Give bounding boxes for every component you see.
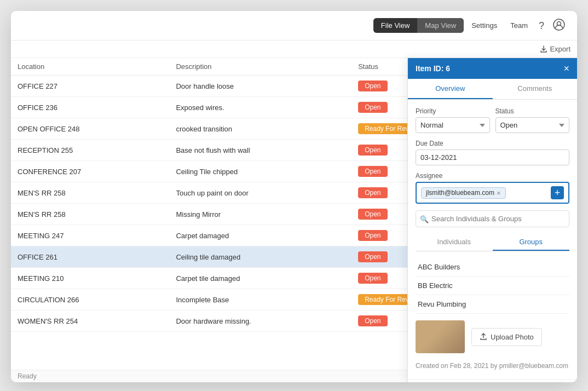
group-item[interactable]: BB Electric bbox=[416, 277, 569, 295]
status-label: Status bbox=[495, 107, 570, 115]
cell-location: OFFICE 227 bbox=[11, 76, 169, 97]
col-location: Location bbox=[11, 58, 169, 76]
cell-description: Door handle loose bbox=[169, 76, 351, 97]
priority-select[interactable]: Normal Low High Critical bbox=[416, 117, 490, 133]
cell-location: CONFERENCE 207 bbox=[11, 161, 169, 182]
tab-overview[interactable]: Overview bbox=[408, 79, 493, 99]
group-list: ABC BuildersBB ElectricRevu Plumbing bbox=[416, 258, 569, 314]
cell-description: Ceiling tile damaged bbox=[169, 246, 351, 268]
status-group: Status Open In Progress Ready For Review… bbox=[495, 107, 570, 133]
upload-photo-button[interactable]: Upload Photo bbox=[471, 328, 542, 346]
cell-location: OFFICE 261 bbox=[11, 246, 169, 268]
add-assignee-button[interactable]: + bbox=[551, 186, 564, 199]
status-select[interactable]: Open In Progress Ready For Review Closed bbox=[495, 117, 570, 133]
assignee-email: jlsmith@bluebeam.com bbox=[426, 189, 494, 197]
sub-tabs: Individuals Groups bbox=[416, 234, 569, 251]
photo-row: Upload Photo bbox=[416, 320, 569, 353]
panel-footer: Delete Item Cancel Save bbox=[408, 380, 577, 382]
panel-title: Item ID: 6 bbox=[416, 64, 450, 73]
status-badge: Open bbox=[358, 251, 387, 262]
tab-groups[interactable]: Groups bbox=[493, 234, 570, 251]
assignee-group: Assignee jlsmith@bluebeam.com × + bbox=[416, 172, 569, 204]
help-icon[interactable]: ? bbox=[535, 19, 547, 33]
status-badge: Open bbox=[358, 145, 387, 156]
export-button[interactable]: Export bbox=[540, 45, 570, 53]
detail-panel: Item ID: 6 × Overview Comments Priority … bbox=[407, 58, 577, 382]
app-window: File View Map View Settings Team ? Expor… bbox=[11, 11, 577, 382]
cell-location: WOMEN'S RR 254 bbox=[11, 311, 169, 332]
cell-location: OFFICE 236 bbox=[11, 97, 169, 118]
upload-icon bbox=[480, 333, 487, 341]
cell-location: RECEPTION 255 bbox=[11, 140, 169, 161]
status-badge: Open bbox=[358, 230, 387, 241]
priority-group: Priority Normal Low High Critical bbox=[416, 107, 490, 133]
status-badge: Open bbox=[358, 209, 387, 220]
status-badge: Open bbox=[358, 166, 387, 177]
file-view-btn[interactable]: File View bbox=[373, 18, 418, 33]
status-badge: Open bbox=[358, 187, 387, 198]
status-badge: Open bbox=[358, 273, 387, 284]
cell-location: MEN'S RR 258 bbox=[11, 182, 169, 204]
status-badge: Open bbox=[358, 81, 387, 91]
cell-description: Carpet damaged bbox=[169, 225, 351, 246]
panel-header: Item ID: 6 × bbox=[408, 58, 577, 79]
status-badge: Open bbox=[358, 102, 387, 113]
photo-thumbnail bbox=[416, 320, 465, 353]
priority-label: Priority bbox=[416, 107, 490, 115]
cell-description: Incomplete Base bbox=[169, 289, 351, 311]
panel-body: Priority Normal Low High Critical Status… bbox=[408, 100, 577, 380]
cell-description: Exposed wires. bbox=[169, 97, 351, 118]
team-btn[interactable]: Team bbox=[505, 18, 533, 33]
user-icon[interactable] bbox=[550, 16, 568, 34]
remove-assignee-btn[interactable]: × bbox=[497, 189, 501, 197]
group-item[interactable]: Revu Plumbing bbox=[416, 295, 569, 314]
tab-individuals[interactable]: Individuals bbox=[416, 234, 493, 251]
assignee-tag: jlsmith@bluebeam.com × bbox=[421, 187, 506, 199]
assignee-label: Assignee bbox=[416, 172, 569, 180]
cell-location: MEETING 247 bbox=[11, 225, 169, 246]
main-area: Location Description Status Ass OFFICE 2… bbox=[11, 58, 577, 382]
panel-close-button[interactable]: × bbox=[563, 64, 569, 73]
due-date-group: Due Date bbox=[416, 140, 569, 165]
due-date-input[interactable] bbox=[416, 150, 569, 165]
search-input[interactable] bbox=[416, 210, 569, 227]
map-view-btn[interactable]: Map View bbox=[417, 18, 464, 33]
cell-location: OPEN OFFICE 248 bbox=[11, 118, 169, 140]
created-info: Created on Feb 28, 2021 by pmiller@blueb… bbox=[416, 360, 569, 372]
cell-description: crooked transition bbox=[169, 118, 351, 140]
cell-description: Door hardware missing. bbox=[169, 311, 351, 332]
panel-tabs: Overview Comments bbox=[408, 79, 577, 100]
cell-location: CIRCULATION 266 bbox=[11, 289, 169, 311]
toolbar: Export bbox=[11, 41, 577, 58]
status-bar: Ready bbox=[11, 370, 407, 382]
top-nav: File View Map View Settings Team ? bbox=[11, 11, 577, 41]
cell-location: MEN'S RR 258 bbox=[11, 204, 169, 225]
status-badge: Open bbox=[358, 315, 387, 326]
search-wrapper: 🔍 bbox=[416, 210, 569, 227]
tab-comments[interactable]: Comments bbox=[493, 79, 578, 99]
view-toggle: File View Map View bbox=[373, 18, 464, 33]
group-item[interactable]: ABC Builders bbox=[416, 258, 569, 277]
due-date-label: Due Date bbox=[416, 140, 569, 147]
settings-btn[interactable]: Settings bbox=[466, 18, 503, 33]
assignee-box: jlsmith@bluebeam.com × + bbox=[416, 182, 569, 204]
export-icon bbox=[540, 45, 547, 53]
cell-description: Base not flush with wall bbox=[169, 140, 351, 161]
cell-description: Touch up paint on door bbox=[169, 182, 351, 204]
col-description: Description bbox=[169, 58, 351, 76]
cell-description: Carpet tile damaged bbox=[169, 268, 351, 289]
search-icon: 🔍 bbox=[420, 215, 429, 223]
priority-status-row: Priority Normal Low High Critical Status… bbox=[416, 107, 569, 133]
cell-location: MEETING 210 bbox=[11, 268, 169, 289]
cell-description: Missing Mirror bbox=[169, 204, 351, 225]
cell-description: Ceiling Tile chipped bbox=[169, 161, 351, 182]
